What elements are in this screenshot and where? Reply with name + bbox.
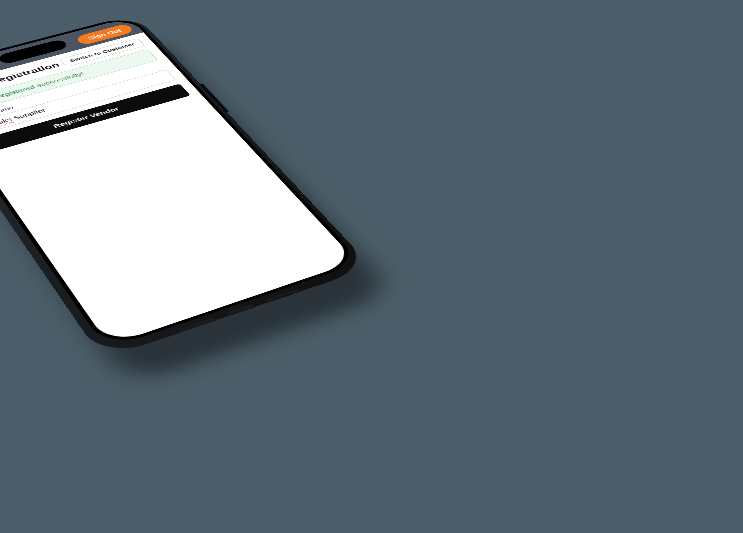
phone-screen: Sign Out Vendor Registration Switch to C…	[0, 17, 356, 345]
scene: Sign Out Vendor Registration Switch to C…	[0, 0, 743, 533]
app-root: Sign Out Vendor Registration Switch to C…	[0, 17, 356, 345]
phone-mockup: Sign Out Vendor Registration Switch to C…	[120, 93, 669, 502]
phone-body: Sign Out Vendor Registration Switch to C…	[0, 14, 372, 359]
phone-bezel: Sign Out Vendor Registration Switch to C…	[0, 15, 362, 349]
